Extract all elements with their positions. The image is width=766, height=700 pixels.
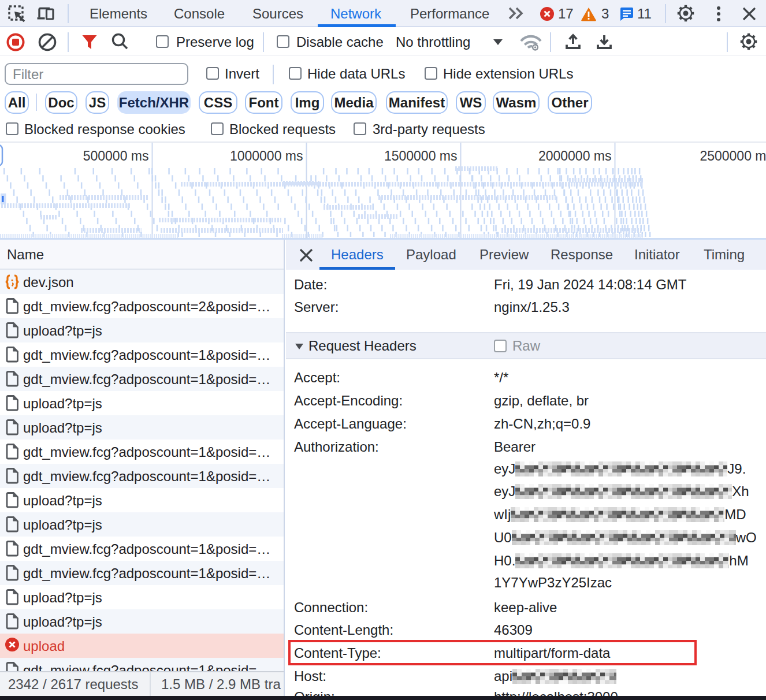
- svg-text:2500000 ms: 2500000 ms: [700, 148, 766, 163]
- svg-text:500000 ms: 500000 ms: [83, 148, 149, 163]
- svg-text:1500000 ms: 1500000 ms: [384, 148, 458, 163]
- svg-text:1000000 ms: 1000000 ms: [230, 148, 303, 163]
- svg-text:2000000 ms: 2000000 ms: [538, 148, 612, 163]
